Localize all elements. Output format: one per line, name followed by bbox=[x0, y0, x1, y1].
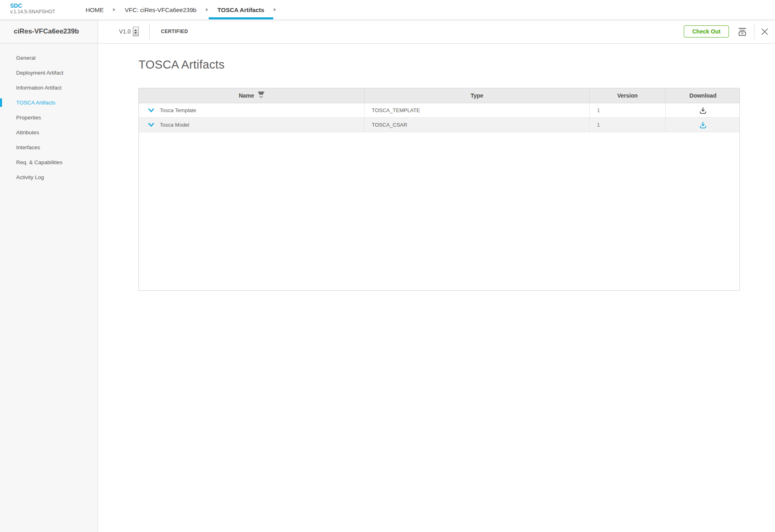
artifact-name: Tosca Template bbox=[160, 107, 196, 113]
component-title-panel: ciRes-VFCa6ee239b bbox=[0, 20, 98, 43]
close-icon bbox=[761, 28, 769, 35]
artifact-name: Tosca Model bbox=[160, 122, 189, 128]
lifecycle-state-badge: CERTIFIED bbox=[161, 29, 188, 34]
divider bbox=[754, 24, 754, 39]
sidebar-item-label: General bbox=[16, 55, 36, 61]
print-button[interactable] bbox=[737, 27, 748, 37]
sidebar-item-tosca-artifacts[interactable]: TOSCA Artifacts bbox=[0, 95, 98, 110]
artifact-version: 1 bbox=[597, 107, 600, 113]
breadcrumb: HOME VFC: ciRes-VFCa6ee239b TOSCA Artifa… bbox=[77, 0, 276, 19]
print-icon bbox=[737, 27, 748, 37]
chevron-down-icon bbox=[148, 123, 155, 127]
page-title: TOSCA Artifacts bbox=[138, 58, 775, 71]
breadcrumb-arrow-icon bbox=[274, 8, 276, 11]
download-button[interactable] bbox=[699, 121, 707, 129]
divider bbox=[149, 24, 150, 39]
sidebar-item-label: Properties bbox=[16, 115, 41, 121]
artifact-name-cell: Tosca Template bbox=[139, 103, 364, 117]
column-header-download: Download bbox=[665, 88, 740, 103]
version-label: V1.0 bbox=[119, 28, 131, 35]
spinner-up-arrow-icon bbox=[134, 29, 137, 31]
active-indicator bbox=[0, 98, 2, 107]
sidebar-item-label: Information Artifact bbox=[16, 85, 62, 91]
breadcrumb-arrow-icon bbox=[206, 8, 208, 11]
sidebar-item-attributes[interactable]: Attributes bbox=[0, 125, 98, 140]
artifact-version: 1 bbox=[597, 122, 600, 128]
sidebar-item-label: Attributes bbox=[16, 129, 39, 136]
spinner-down-arrow-icon bbox=[134, 32, 137, 34]
top-nav-bar: SDC v.1.14.5-SNAPSHOT HOME VFC: ciRes-VF… bbox=[0, 0, 775, 20]
close-button[interactable] bbox=[761, 28, 769, 35]
table-row-tosca-model[interactable]: Tosca Model TOSCA_CSAR 1 bbox=[139, 118, 739, 132]
column-header-version: Version bbox=[589, 88, 665, 103]
breadcrumb-tosca-artifacts[interactable]: TOSCA Artifacts bbox=[209, 0, 273, 19]
column-header-label: Version bbox=[617, 92, 638, 99]
sidebar-item-req-capabilities[interactable]: Req. & Capabilities bbox=[0, 155, 98, 170]
artifact-version-cell: 1 bbox=[589, 118, 665, 132]
component-header-actions: V1.0 CERTIFIED Check Out bbox=[98, 20, 775, 43]
artifact-download-cell bbox=[665, 118, 740, 132]
chevron-down-icon bbox=[148, 108, 155, 113]
version-spinner-icon[interactable] bbox=[133, 27, 139, 36]
sdc-logo: SDC v.1.14.5-SNAPSHOT bbox=[0, 0, 77, 19]
sidebar-item-deployment-artifact[interactable]: Deployment Artifact bbox=[0, 65, 98, 80]
column-header-type: Type bbox=[364, 88, 589, 103]
sidebar-item-label: Deployment Artifact bbox=[16, 70, 63, 76]
sidebar-item-general[interactable]: General bbox=[0, 50, 98, 65]
check-out-button[interactable]: Check Out bbox=[684, 25, 729, 38]
expand-row-button[interactable] bbox=[148, 108, 155, 113]
column-header-label: Name bbox=[239, 92, 254, 99]
table-header-row: Name Type Version Download bbox=[139, 88, 739, 103]
sidebar-item-activity-log[interactable]: Activity Log bbox=[0, 170, 98, 185]
sidebar-item-label: Activity Log bbox=[16, 174, 44, 180]
breadcrumb-active-label: TOSCA Artifacts bbox=[218, 6, 264, 13]
expand-row-button[interactable] bbox=[148, 123, 155, 127]
brand-version: v.1.14.5-SNAPSHOT bbox=[10, 9, 77, 15]
component-header-bar: ciRes-VFCa6ee239b V1.0 CERTIFIED Check O… bbox=[0, 20, 775, 44]
download-icon bbox=[699, 106, 707, 114]
sort-funnel-icon bbox=[258, 92, 264, 95]
download-icon bbox=[699, 121, 707, 129]
brand-name: SDC bbox=[10, 3, 77, 9]
sort-caret-icon bbox=[259, 96, 263, 98]
sidebar-item-label: TOSCA Artifacts bbox=[16, 100, 55, 106]
component-title: ciRes-VFCa6ee239b bbox=[14, 27, 79, 35]
sidebar-item-information-artifact[interactable]: Information Artifact bbox=[0, 80, 98, 95]
table-empty-space bbox=[139, 132, 739, 290]
breadcrumb-home[interactable]: HOME bbox=[77, 0, 113, 19]
sidebar-item-label: Interfaces bbox=[16, 144, 40, 150]
artifact-type-cell: TOSCA_TEMPLATE bbox=[364, 103, 589, 117]
column-header-name[interactable]: Name bbox=[139, 88, 364, 103]
content-area: General Deployment Artifact Information … bbox=[0, 44, 775, 532]
artifact-download-cell bbox=[665, 103, 740, 117]
table-row-tosca-template[interactable]: Tosca Template TOSCA_TEMPLATE 1 bbox=[139, 103, 739, 118]
breadcrumb-vfc[interactable]: VFC: ciRes-VFCa6ee239b bbox=[116, 0, 205, 19]
column-header-label: Type bbox=[471, 92, 484, 99]
download-button[interactable] bbox=[699, 106, 707, 114]
artifact-name-cell: Tosca Model bbox=[139, 118, 364, 132]
artifact-type-cell: TOSCA_CSAR bbox=[364, 118, 589, 132]
sidebar-item-label: Req. & Capabilities bbox=[16, 159, 63, 165]
main-panel: TOSCA Artifacts Name Type Version bbox=[98, 44, 775, 532]
tosca-artifacts-table: Name Type Version Download bbox=[138, 88, 740, 291]
artifact-type: TOSCA_CSAR bbox=[372, 122, 407, 128]
sort-icon bbox=[258, 92, 264, 98]
sidebar-menu: General Deployment Artifact Information … bbox=[0, 44, 98, 532]
active-tab-underline bbox=[209, 17, 273, 19]
sidebar-item-interfaces[interactable]: Interfaces bbox=[0, 140, 98, 155]
artifact-version-cell: 1 bbox=[589, 103, 665, 117]
breadcrumb-arrow-icon bbox=[113, 8, 115, 11]
version-selector[interactable]: V1.0 bbox=[119, 27, 139, 36]
column-header-label: Download bbox=[689, 92, 716, 99]
artifact-type: TOSCA_TEMPLATE bbox=[372, 107, 420, 113]
sidebar-item-properties[interactable]: Properties bbox=[0, 110, 98, 125]
